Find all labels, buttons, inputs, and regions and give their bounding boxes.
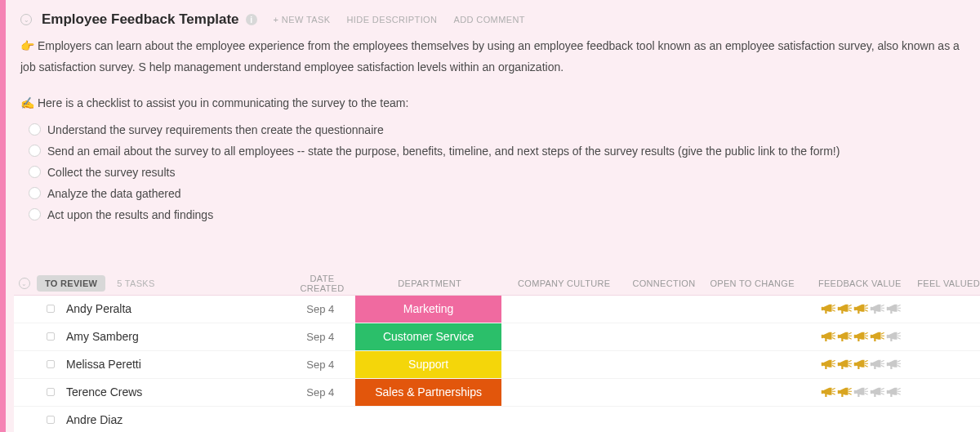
svg-rect-10 [821,363,822,367]
task-status-icon[interactable] [47,360,55,368]
table-row[interactable]: Amy SambergSep 4Customer Service [14,323,980,351]
task-name[interactable]: Terence Crews [66,385,142,399]
new-task-button[interactable]: + NEW TASK [274,15,331,24]
checklist: Understand the survey requirements then … [14,114,980,225]
feedback-value-rating[interactable] [803,330,919,343]
megaphone-icon [870,358,884,371]
megaphone-icon [837,385,852,399]
svg-rect-6 [837,335,839,339]
megaphone-icon [886,302,901,315]
checklist-item-label: Act upon the results and findings [47,208,213,221]
checkbox-icon[interactable] [29,187,41,199]
checklist-item[interactable]: Collect the survey results [29,162,969,183]
hide-description-button[interactable]: HIDE DESCRIPTION [346,15,437,24]
checklist-item[interactable]: Send an email about the survey to all em… [29,140,969,162]
megaphone-icon [821,330,835,343]
table-header-row: ⌄ TO REVIEW 5 TASKS DATE CREATED DEPARTM… [14,273,980,296]
column-header-department[interactable]: DEPARTMENT [357,278,503,288]
task-status-icon[interactable] [47,388,55,396]
department-badge[interactable]: Sales & Partnerships [355,379,501,406]
feedback-value-rating[interactable] [803,358,919,371]
megaphone-icon [821,385,835,399]
megaphone-icon [821,358,835,371]
task-date-created: Sep 4 [286,303,355,315]
checklist-intro: Here is a checklist to assist you in com… [38,96,408,109]
svg-rect-0 [821,307,822,311]
svg-rect-17 [853,390,855,394]
megaphone-icon [837,302,852,315]
description-text: Employers can learn about the employee e… [20,39,960,73]
megaphone-icon [886,330,901,343]
task-date-created: Sep 4 [286,386,355,399]
megaphone-icon [853,385,868,399]
table-row[interactable]: Andre Diaz [14,407,980,432]
megaphone-icon [870,330,884,343]
group-collapse-icon[interactable]: ⌄ [19,278,30,289]
collapse-toggle-icon[interactable]: ⌄ [20,14,32,25]
task-status-icon[interactable] [47,332,55,341]
column-header-company-culture[interactable]: COMPANY CULTURE [502,278,625,288]
checklist-item[interactable]: Act upon the results and findings [29,204,969,225]
status-group-chip[interactable]: TO REVIEW [37,275,105,292]
svg-rect-12 [853,363,855,367]
feedback-value-rating[interactable] [803,385,919,399]
column-header-open-to-change[interactable]: OPEN TO CHANGE [702,278,802,288]
table-row[interactable]: Andy PeraltaSep 4Marketing [14,296,980,323]
megaphone-icon [870,385,884,399]
svg-rect-4 [886,307,888,311]
checklist-item-label: Collect the survey results [47,166,175,179]
checklist-item-label: Understand the survey requirements then … [47,123,384,136]
writing-hand-icon: ✍️ [20,96,34,109]
task-name[interactable]: Andy Peralta [66,302,131,315]
megaphone-icon [853,330,868,343]
svg-rect-8 [870,335,871,339]
column-header-date-created[interactable]: DATE CREATED [287,274,357,293]
checkbox-icon[interactable] [29,166,41,178]
pointing-right-icon: 👉 [20,39,34,52]
department-badge[interactable]: Marketing [355,296,501,323]
list-header: ⌄ Employee Feedback Template i + NEW TAS… [14,3,980,33]
department-badge[interactable]: Customer Service [355,323,501,350]
svg-rect-1 [837,307,839,311]
checkbox-icon[interactable] [29,208,41,220]
svg-rect-7 [853,335,855,339]
list-title: Employee Feedback Template [42,11,239,28]
column-header-connection[interactable]: CONNECTION [626,278,702,288]
task-name[interactable]: Melissa Peretti [66,358,141,371]
task-status-icon[interactable] [47,416,55,424]
svg-rect-16 [837,390,839,394]
table-row[interactable]: Melissa PerettiSep 4Support [14,351,980,379]
department-badge[interactable]: Support [355,351,501,378]
task-status-icon[interactable] [47,305,55,313]
megaphone-icon [821,302,835,315]
megaphone-icon [853,358,868,371]
megaphone-icon [886,385,901,399]
svg-rect-18 [870,390,871,394]
task-name[interactable]: Andre Diaz [66,413,122,426]
task-date-created: Sep 4 [286,359,355,371]
megaphone-icon [837,358,852,371]
checkbox-icon[interactable] [29,145,41,157]
svg-rect-2 [853,307,855,311]
table-body: Andy PeraltaSep 4Marketing Amy SambergSe… [14,296,980,432]
column-header-feedback-value[interactable]: FEEDBACK VALUE [802,278,917,288]
table-row[interactable]: Terence CrewsSep 4Sales & Partnerships [14,379,980,407]
megaphone-icon [886,358,901,371]
svg-rect-14 [886,363,888,367]
column-header-feel-valued[interactable]: FEEL VALUED [917,278,980,288]
svg-rect-11 [837,363,839,367]
task-name[interactable]: Amy Samberg [66,330,139,343]
feedback-value-rating[interactable] [803,302,919,315]
checklist-item[interactable]: Analyze the data gathered [29,183,969,204]
checklist-item-label: Analyze the data gathered [47,187,180,200]
add-comment-button[interactable]: ADD COMMENT [453,15,525,24]
task-date-created: Sep 4 [286,331,355,343]
checklist-item[interactable]: Understand the survey requirements then … [29,119,969,140]
megaphone-icon [837,330,852,343]
svg-rect-15 [821,390,822,394]
info-icon[interactable]: i [246,14,257,25]
checkbox-icon[interactable] [29,123,41,136]
svg-rect-13 [870,363,871,367]
svg-rect-19 [886,390,888,394]
list-description: 👉 Employers can learn about the employee… [14,33,980,114]
